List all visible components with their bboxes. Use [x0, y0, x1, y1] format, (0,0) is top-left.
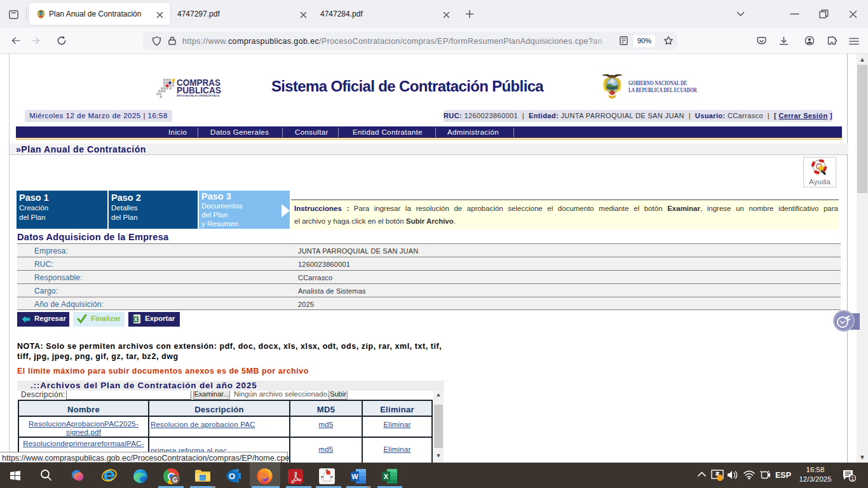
- svg-text:1: 1: [851, 475, 854, 482]
- svg-text:W: W: [351, 473, 358, 480]
- svg-text:O: O: [229, 471, 235, 481]
- svg-text:SERVICIO NACIONAL DE CONTRATAC: SERVICIO NACIONAL DE CONTRATACIÓN PÚBLIC…: [177, 94, 219, 97]
- svg-text:X: X: [384, 473, 389, 480]
- svg-text:PÚBLICAS: PÚBLICAS: [177, 85, 221, 95]
